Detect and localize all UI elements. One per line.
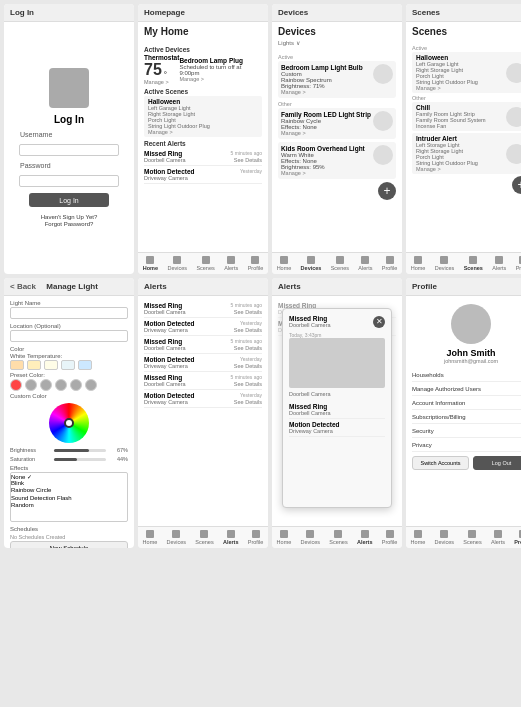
password-input[interactable] xyxy=(19,175,119,187)
nav-scenes-p[interactable]: Scenes xyxy=(463,530,481,545)
nav-home-p[interactable]: Home xyxy=(411,530,426,545)
gray-preset5[interactable] xyxy=(85,379,97,391)
nav-profile-am[interactable]: Profile xyxy=(382,530,398,545)
lamp-chip2[interactable] xyxy=(44,360,58,370)
effect-blink[interactable]: Blink xyxy=(11,480,127,487)
login-button[interactable]: Log In xyxy=(29,193,109,207)
scene-manage[interactable]: Manage > xyxy=(148,129,258,135)
effect-sound[interactable]: Sound Detection Flash xyxy=(11,495,127,502)
devices-filter[interactable]: Lights ∨ xyxy=(272,39,402,48)
alert-list-4-link[interactable]: See Details xyxy=(234,363,262,369)
lamp-manage[interactable]: Manage > xyxy=(179,76,262,82)
nav-home-d[interactable]: Home xyxy=(277,256,292,271)
scenes-other-label: Other xyxy=(412,95,521,101)
nav-alerts-a[interactable]: Alerts xyxy=(223,530,239,545)
nav-home[interactable]: Home xyxy=(143,256,158,271)
nav-profile-s[interactable]: Profile xyxy=(516,256,521,271)
profile-item-billing[interactable]: Subscriptions/Billing › xyxy=(412,410,521,424)
nav-profile-p[interactable]: Profile xyxy=(514,530,521,545)
profile-content: John Smith johnsmith@gmail.com Household… xyxy=(406,296,521,526)
home-icon-p xyxy=(414,530,422,538)
alert-list-5-link[interactable]: See Details xyxy=(234,381,262,387)
nav-devices-am[interactable]: Devices xyxy=(301,530,321,545)
brightness-label: Brightness xyxy=(10,447,50,453)
nav-alerts-p[interactable]: Alerts xyxy=(491,530,505,545)
nav-scenes-a[interactable]: Scenes xyxy=(195,530,213,545)
alert1-link[interactable]: See Details xyxy=(234,157,262,163)
brightness-bar[interactable] xyxy=(54,449,106,452)
effect-random[interactable]: Random xyxy=(11,502,127,509)
nav-devices[interactable]: Devices xyxy=(167,256,187,271)
sky-chip[interactable] xyxy=(78,360,92,370)
nav-devices-a[interactable]: Devices xyxy=(167,530,187,545)
alert-list-2-link[interactable]: See Details xyxy=(234,327,262,333)
nav-home-am[interactable]: Home xyxy=(277,530,292,545)
signup-link[interactable]: Haven't Sign Up Yet? xyxy=(41,214,98,220)
effect-none[interactable]: None ✓ xyxy=(11,473,127,480)
profile-item-security[interactable]: Security › xyxy=(412,424,521,438)
color-wheel[interactable] xyxy=(49,403,89,443)
light-name-input[interactable] xyxy=(10,307,128,319)
warm-chip[interactable] xyxy=(10,360,24,370)
lamp-chip1[interactable] xyxy=(27,360,41,370)
gray-preset[interactable] xyxy=(25,379,37,391)
username-input[interactable] xyxy=(19,144,119,156)
nav-profile[interactable]: Profile xyxy=(248,256,264,271)
scene1-manage[interactable]: Manage > xyxy=(416,85,478,91)
back-button[interactable]: < Back xyxy=(10,282,36,291)
nav-alerts-s[interactable]: Alerts xyxy=(492,256,506,271)
profile-item-households[interactable]: Households › xyxy=(412,368,521,382)
nav-devices-s[interactable]: Devices xyxy=(435,256,455,271)
nav-devices-p[interactable]: Devices xyxy=(435,530,455,545)
nav-home-a[interactable]: Home xyxy=(143,530,158,545)
nav-scenes-am[interactable]: Scenes xyxy=(329,530,347,545)
effect-rainbow-circle[interactable]: Rainbow Circle xyxy=(11,487,127,494)
kids-room-card: Kids Room Overhead Light Warm White Effe… xyxy=(278,142,396,179)
alert-list-6-link[interactable]: See Details xyxy=(234,399,262,405)
saturation-bar[interactable] xyxy=(54,458,106,461)
alert-list-3-link[interactable]: See Details xyxy=(234,345,262,351)
nav-alerts-am[interactable]: Alerts xyxy=(357,530,373,545)
add-scene-button[interactable]: + xyxy=(512,176,521,194)
profile-item-authorized[interactable]: Manage Authorized Users › xyxy=(412,382,521,396)
nav-profile-d[interactable]: Profile xyxy=(382,256,398,271)
scenes-panel: Scenes Scenes Active Halloween Left Gara… xyxy=(406,4,521,274)
scene-halloween-card: Halloween Left Garage Light Right Storag… xyxy=(144,96,262,137)
device2-manage[interactable]: Manage > xyxy=(281,130,371,136)
gray-preset2[interactable] xyxy=(40,379,52,391)
gray-preset3[interactable] xyxy=(55,379,67,391)
nav-scenes-d[interactable]: Scenes xyxy=(331,256,349,271)
scenes-nav: Home Devices Scenes Alerts Profile xyxy=(406,252,521,274)
alert-list-item-2: Motion Detected Yesterday Driveway Camer… xyxy=(144,318,262,336)
scene3-manage[interactable]: Manage > xyxy=(416,166,478,172)
effects-select[interactable]: None ✓ Blink Rainbow Circle Sound Detect… xyxy=(10,472,128,522)
modal-close-button[interactable]: ✕ xyxy=(373,316,385,328)
alerts-modal-nav: Home Devices Scenes Alerts Profile xyxy=(272,526,402,548)
nav-scenes[interactable]: Scenes xyxy=(196,256,214,271)
profile-item-privacy[interactable]: Privacy › xyxy=(412,438,521,452)
location-input[interactable] xyxy=(10,330,128,342)
nav-alerts-d[interactable]: Alerts xyxy=(358,256,372,271)
thermostat-unit: ° xyxy=(164,70,167,79)
nav-devices-d[interactable]: Devices xyxy=(301,256,322,271)
new-schedule-button[interactable]: New Schedule xyxy=(10,541,128,548)
alert-list-1-link[interactable]: See Details xyxy=(234,309,262,315)
modal-alert-1-sub: Doorbell Camera xyxy=(289,410,385,416)
color-section: White Temperature: Preset Color: Custom … xyxy=(10,353,128,443)
nav-profile-a[interactable]: Profile xyxy=(248,530,264,545)
forgot-link[interactable]: Forgot Password? xyxy=(41,221,98,227)
nav-home-s[interactable]: Home xyxy=(411,256,426,271)
gray-preset4[interactable] xyxy=(70,379,82,391)
logout-button[interactable]: Log Out xyxy=(473,456,521,470)
switch-accounts-button[interactable]: Switch Accounts xyxy=(412,456,469,470)
device3-manage[interactable]: Manage > xyxy=(281,170,365,176)
device1-manage[interactable]: Manage > xyxy=(281,89,363,95)
moon-chip[interactable] xyxy=(61,360,75,370)
profile-item-account[interactable]: Account Information › xyxy=(412,396,521,410)
nav-scenes-s[interactable]: Scenes xyxy=(464,256,483,271)
nav-alerts[interactable]: Alerts xyxy=(224,256,238,271)
kids-room-name: Kids Room Overhead Light xyxy=(281,145,365,152)
thermostat-manage[interactable]: Manage > xyxy=(144,79,179,85)
add-device-button[interactable]: + xyxy=(378,182,396,200)
red-preset[interactable] xyxy=(10,379,22,391)
